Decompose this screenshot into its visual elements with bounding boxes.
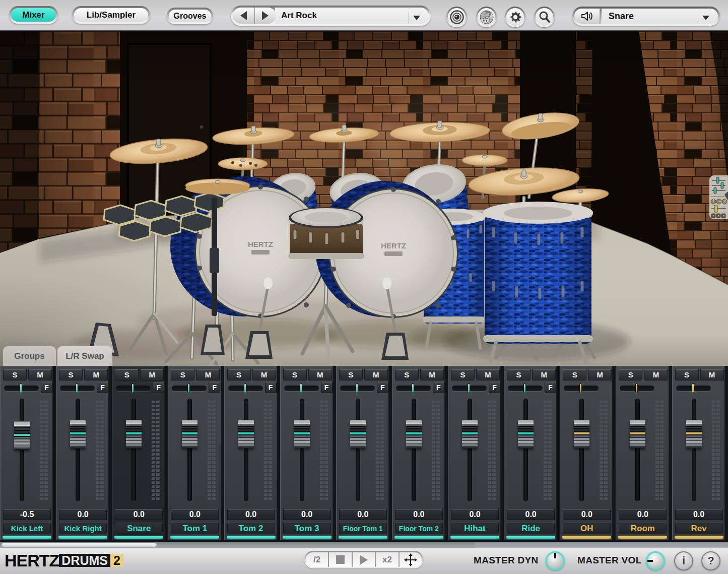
svg-text:HERTZ: HERTZ [248, 240, 273, 248]
svg-text:HERTZ: HERTZ [381, 241, 406, 250]
